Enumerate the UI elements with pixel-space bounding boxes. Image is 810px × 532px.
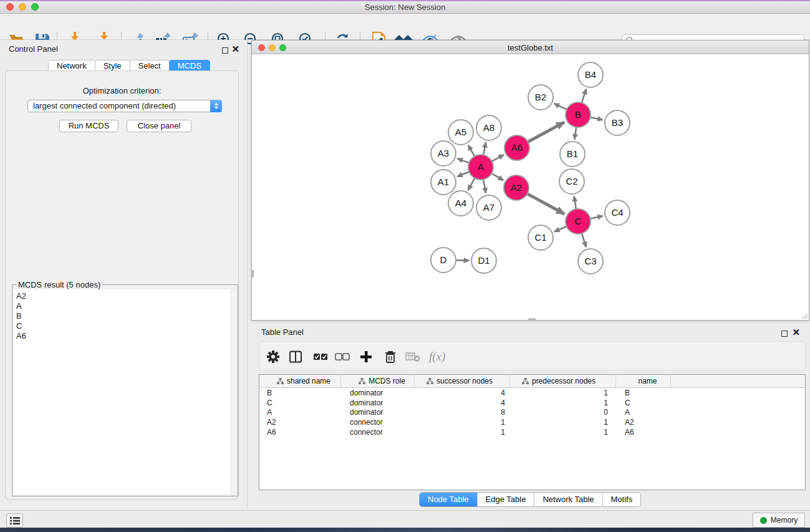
graph-node-C1[interactable]: C1 bbox=[528, 225, 553, 250]
graph-node-A6[interactable]: A6 bbox=[504, 135, 529, 160]
table-tab-edge-table[interactable]: Edge Table bbox=[478, 493, 535, 506]
table-cell[interactable]: 4 bbox=[415, 399, 510, 407]
graph-node-A2[interactable]: A2 bbox=[504, 175, 529, 200]
column-header-shared-name[interactable]: shared name bbox=[259, 375, 341, 387]
table-options-gear-icon[interactable] bbox=[264, 348, 282, 365]
select-all-icon[interactable] bbox=[312, 348, 329, 365]
table-cell[interactable]: A6 bbox=[616, 428, 671, 437]
mcds-result-item[interactable]: A6 bbox=[16, 331, 231, 341]
graph-node-A5[interactable]: A5 bbox=[448, 120, 473, 145]
add-column-icon[interactable] bbox=[357, 348, 375, 365]
table-cell[interactable]: dominator bbox=[341, 399, 415, 407]
graph-node-B3[interactable]: B3 bbox=[605, 110, 630, 135]
table-cell[interactable]: C bbox=[259, 399, 341, 407]
function-builder-icon[interactable]: f(x) bbox=[427, 348, 451, 365]
edge-A-A5[interactable] bbox=[468, 145, 475, 157]
edge-A-A3[interactable] bbox=[458, 158, 470, 163]
column-browser-icon[interactable] bbox=[287, 348, 304, 365]
graph-node-B1[interactable]: B1 bbox=[560, 142, 585, 167]
mcds-result-item[interactable]: C bbox=[16, 321, 231, 331]
mcds-result-item[interactable]: A2 bbox=[16, 291, 231, 301]
resize-grip-icon[interactable] bbox=[801, 312, 808, 319]
memory-button[interactable]: Memory bbox=[753, 513, 805, 528]
edge-A-A7[interactable] bbox=[483, 180, 486, 193]
graph-node-D1[interactable]: D1 bbox=[471, 248, 496, 273]
graph-node-B2[interactable]: B2 bbox=[528, 85, 553, 110]
table-row[interactable]: A2connector11A2 bbox=[259, 417, 805, 427]
node-table[interactable]: shared nameMCDS rolesuccessor nodesprede… bbox=[259, 374, 806, 490]
close-panel-button[interactable]: Close panel bbox=[127, 120, 191, 132]
table-tab-motifs[interactable]: Motifs bbox=[603, 493, 641, 506]
column-header-MCDS-role[interactable]: MCDS role bbox=[341, 375, 415, 387]
table-cell[interactable]: 1 bbox=[415, 428, 510, 437]
edge-C-C1[interactable] bbox=[554, 226, 567, 232]
table-cell[interactable]: 8 bbox=[415, 408, 510, 417]
graph-node-A1[interactable]: A1 bbox=[431, 170, 456, 195]
graph-node-A3[interactable]: A3 bbox=[431, 141, 456, 166]
column-header-name[interactable]: name bbox=[616, 375, 671, 387]
edge-A-A4[interactable] bbox=[468, 178, 475, 190]
graph-node-B[interactable]: B bbox=[566, 102, 591, 127]
edge-B-B2[interactable] bbox=[554, 104, 567, 109]
graph-node-C[interactable]: C bbox=[566, 209, 591, 234]
table-tab-network-table[interactable]: Network Table bbox=[534, 493, 602, 506]
table-cell[interactable]: 1 bbox=[415, 418, 510, 427]
table-cell[interactable]: 4 bbox=[415, 389, 510, 397]
edge-A-A6[interactable] bbox=[492, 155, 504, 161]
deselect-all-icon[interactable] bbox=[334, 348, 351, 365]
graph-node-A7[interactable]: A7 bbox=[476, 195, 501, 220]
table-row[interactable]: Adominator80A bbox=[259, 408, 805, 418]
table-cell[interactable]: A bbox=[259, 408, 341, 417]
close-table-panel-icon[interactable]: ✕ bbox=[792, 327, 800, 338]
edge-C-C3[interactable] bbox=[582, 233, 586, 247]
table-cell[interactable]: 1 bbox=[510, 399, 616, 407]
edge-B-B4[interactable] bbox=[582, 89, 586, 103]
table-cell[interactable]: A6 bbox=[259, 428, 341, 437]
graph-node-A4[interactable]: A4 bbox=[448, 191, 473, 216]
optimization-criterion-select[interactable]: largest connected component (directed) bbox=[27, 100, 222, 112]
graph-node-C4[interactable]: C4 bbox=[605, 200, 630, 225]
table-row[interactable]: A6connector11A6 bbox=[259, 427, 805, 437]
table-cell[interactable]: B bbox=[259, 389, 341, 397]
edge-A-A8[interactable] bbox=[483, 143, 486, 155]
network-window-titlebar[interactable]: testGlobe.txt bbox=[252, 41, 809, 54]
float-panel-icon[interactable] bbox=[222, 45, 228, 56]
table-cell[interactable]: connector bbox=[341, 418, 415, 427]
edge-B-B1[interactable] bbox=[574, 127, 576, 139]
delete-table-icon[interactable] bbox=[404, 348, 422, 365]
edge-A-A1[interactable] bbox=[457, 172, 469, 177]
mcds-result-list[interactable]: A2ABCA6 bbox=[14, 289, 231, 495]
table-cell[interactable]: connector bbox=[341, 428, 415, 437]
mcds-result-scrollbar[interactable] bbox=[231, 289, 236, 495]
edge-A-A2[interactable] bbox=[491, 173, 503, 180]
table-cell[interactable]: A2 bbox=[259, 418, 341, 427]
table-row[interactable]: Cdominator41C bbox=[259, 398, 805, 408]
edge-C-C2[interactable] bbox=[574, 196, 576, 210]
graph-node-B4[interactable]: B4 bbox=[578, 62, 603, 87]
table-cell[interactable]: C bbox=[616, 399, 671, 407]
edge-C-C4[interactable] bbox=[591, 216, 603, 218]
table-tab-node-table[interactable]: Node Table bbox=[420, 493, 478, 506]
table-cell[interactable]: 0 bbox=[510, 408, 616, 417]
column-header-successor-nodes[interactable]: successor nodes bbox=[415, 375, 510, 387]
float-table-panel-icon[interactable] bbox=[781, 328, 788, 339]
table-cell[interactable]: dominator bbox=[341, 389, 415, 397]
column-header-predecessor-nodes[interactable]: predecessor nodes bbox=[510, 375, 616, 387]
edge-A2-C[interactable] bbox=[528, 194, 564, 214]
show-panels-list-button[interactable] bbox=[6, 513, 23, 528]
table-cell[interactable]: A bbox=[616, 408, 671, 417]
run-mcds-button[interactable]: Run MCDS bbox=[59, 120, 118, 132]
graph-node-C2[interactable]: C2 bbox=[559, 169, 584, 194]
mcds-result-item[interactable]: B bbox=[16, 311, 231, 321]
table-row[interactable]: Bdominator41B bbox=[259, 388, 805, 398]
table-cell[interactable]: 1 bbox=[510, 418, 616, 427]
delete-columns-icon[interactable] bbox=[382, 348, 399, 365]
mcds-result-item[interactable]: A bbox=[16, 301, 231, 311]
edge-A6-B[interactable] bbox=[528, 122, 564, 142]
graph-node-A8[interactable]: A8 bbox=[476, 115, 501, 140]
table-cell[interactable]: A2 bbox=[616, 418, 671, 427]
table-cell[interactable]: B bbox=[616, 389, 671, 397]
graph-node-D[interactable]: D bbox=[431, 248, 456, 273]
close-panel-icon[interactable]: ✕ bbox=[231, 44, 239, 55]
network-canvas[interactable]: B4B2BB3A5A8A6A3B1AA1C2A2A4A7C4CC1C3DD1 bbox=[252, 54, 809, 320]
